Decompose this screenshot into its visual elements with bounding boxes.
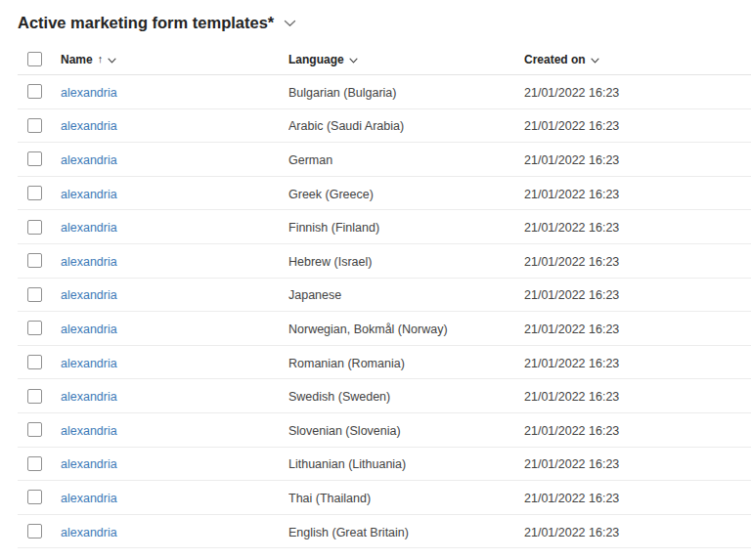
language-value: Romanian (Romania) (288, 357, 405, 370)
template-name-link[interactable]: alexandria (61, 221, 117, 235)
table-row: alexandria Swedish (Sweden) 21/01/2022 1… (18, 379, 751, 413)
name-cell: alexandria (61, 83, 288, 101)
created-on-cell: 21/01/2022 16:23 (524, 116, 751, 134)
language-cell: Greek (Greece) (288, 185, 524, 202)
row-select-cell (18, 151, 61, 166)
column-header-name[interactable]: Name ↑ (61, 53, 288, 66)
language-cell: Thai (Thailand) (288, 489, 524, 506)
row-checkbox[interactable] (27, 118, 42, 133)
row-checkbox[interactable] (27, 389, 42, 404)
created-on-cell: 21/01/2022 16:23 (524, 151, 751, 168)
name-cell: alexandria (61, 354, 288, 371)
table-body: alexandria Bulgarian (Bulgaria) 21/01/20… (18, 75, 751, 548)
chevron-down-icon[interactable] (349, 56, 358, 64)
row-select-cell (18, 287, 61, 302)
created-on-cell: 21/01/2022 16:23 (524, 387, 751, 405)
created-on-value: 21/01/2022 16:23 (524, 457, 619, 471)
created-on-cell: 21/01/2022 16:23 (524, 285, 751, 303)
language-value: Thai (Thailand) (288, 492, 371, 505)
row-select-cell (18, 456, 61, 471)
chevron-down-icon[interactable] (591, 56, 599, 64)
row-checkbox[interactable] (27, 84, 42, 99)
template-name-link[interactable]: alexandria (61, 424, 117, 438)
created-on-cell: 21/01/2022 16:23 (524, 83, 751, 101)
name-cell: alexandria (61, 116, 288, 134)
language-cell: English (Great Britain) (288, 523, 524, 540)
language-cell: Slovenian (Slovenia) (288, 421, 524, 439)
chevron-down-icon[interactable] (108, 56, 116, 64)
template-name-link[interactable]: alexandria (61, 390, 117, 404)
row-select-cell (18, 321, 61, 335)
template-name-link[interactable]: alexandria (61, 188, 117, 201)
created-on-cell: 21/01/2022 16:23 (524, 489, 751, 506)
created-on-value: 21/01/2022 16:23 (524, 153, 619, 167)
created-on-cell: 21/01/2022 16:23 (524, 320, 751, 337)
template-name-link[interactable]: alexandria (61, 86, 117, 100)
select-all-checkbox[interactable] (27, 52, 42, 66)
language-value: Hebrew (Israel) (288, 255, 372, 269)
column-header-language[interactable]: Language (288, 53, 524, 66)
row-checkbox[interactable] (27, 456, 42, 471)
template-name-link[interactable]: alexandria (61, 357, 117, 370)
created-on-value: 21/01/2022 16:23 (524, 119, 619, 133)
template-name-link[interactable]: alexandria (61, 526, 117, 539)
language-value: English (Great Britain) (288, 526, 409, 539)
row-checkbox[interactable] (27, 253, 42, 268)
language-value: Finnish (Finland) (288, 221, 379, 235)
row-checkbox[interactable] (27, 321, 42, 335)
row-checkbox[interactable] (27, 186, 42, 200)
row-checkbox[interactable] (27, 422, 42, 437)
row-checkbox[interactable] (27, 151, 42, 166)
template-name-link[interactable]: alexandria (61, 288, 117, 302)
template-name-link[interactable]: alexandria (61, 119, 117, 133)
language-value: Slovenian (Slovenia) (288, 424, 401, 438)
language-cell: Japanese (288, 285, 524, 303)
name-cell: alexandria (61, 320, 288, 337)
column-header-name-label: Name (61, 53, 93, 66)
table-row: alexandria Arabic (Saudi Arabia) 21/01/2… (18, 109, 751, 144)
language-value: Arabic (Saudi Arabia) (288, 119, 404, 133)
language-cell: Lithuanian (Lithuania) (288, 454, 524, 472)
template-name-link[interactable]: alexandria (61, 492, 117, 505)
table-row: alexandria English (Great Britain) 21/01… (18, 515, 751, 549)
column-header-created-on-label: Created on (524, 53, 586, 66)
created-on-cell: 21/01/2022 16:23 (524, 421, 751, 439)
language-value: Japanese (288, 288, 341, 302)
sort-ascending-icon: ↑ (98, 54, 104, 65)
language-cell: Norwegian, Bokmål (Norway) (288, 320, 524, 337)
template-name-link[interactable]: alexandria (61, 323, 117, 336)
row-checkbox[interactable] (27, 355, 42, 369)
table-row: alexandria Lithuanian (Lithuania) 21/01/… (18, 448, 751, 482)
name-cell: alexandria (61, 523, 288, 540)
row-checkbox[interactable] (27, 490, 42, 504)
created-on-cell: 21/01/2022 16:23 (524, 185, 751, 202)
chevron-down-icon[interactable] (284, 18, 296, 27)
row-select-cell (18, 524, 61, 538)
template-name-link[interactable]: alexandria (61, 153, 117, 167)
created-on-value: 21/01/2022 16:23 (524, 288, 619, 302)
created-on-value: 21/01/2022 16:23 (524, 86, 619, 100)
column-header-language-label: Language (288, 53, 344, 66)
language-cell: Bulgarian (Bulgaria) (288, 83, 524, 101)
row-select-cell (18, 186, 61, 200)
created-on-cell: 21/01/2022 16:23 (524, 218, 751, 236)
name-cell: alexandria (61, 489, 288, 506)
name-cell: alexandria (61, 285, 288, 303)
template-name-link[interactable]: alexandria (61, 255, 117, 269)
column-header-created-on[interactable]: Created on (524, 53, 751, 66)
table-row: alexandria Japanese 21/01/2022 16:23 (18, 279, 751, 313)
row-checkbox[interactable] (27, 220, 42, 235)
row-checkbox[interactable] (27, 287, 42, 302)
language-value: Swedish (Sweden) (288, 390, 390, 404)
language-cell: Arabic (Saudi Arabia) (288, 116, 524, 134)
view-selector[interactable]: Active marketing form templates* (18, 11, 751, 34)
table-row: alexandria Romanian (Romania) 21/01/2022… (18, 346, 751, 380)
created-on-cell: 21/01/2022 16:23 (524, 252, 751, 270)
table-header-row: Name ↑ Language Created on (18, 44, 751, 75)
template-name-link[interactable]: alexandria (61, 457, 117, 471)
row-select-cell (18, 118, 61, 133)
page-title: Active marketing form templates* (18, 11, 274, 34)
name-cell: alexandria (61, 387, 288, 405)
row-checkbox[interactable] (27, 524, 42, 538)
row-select-cell (18, 422, 61, 437)
